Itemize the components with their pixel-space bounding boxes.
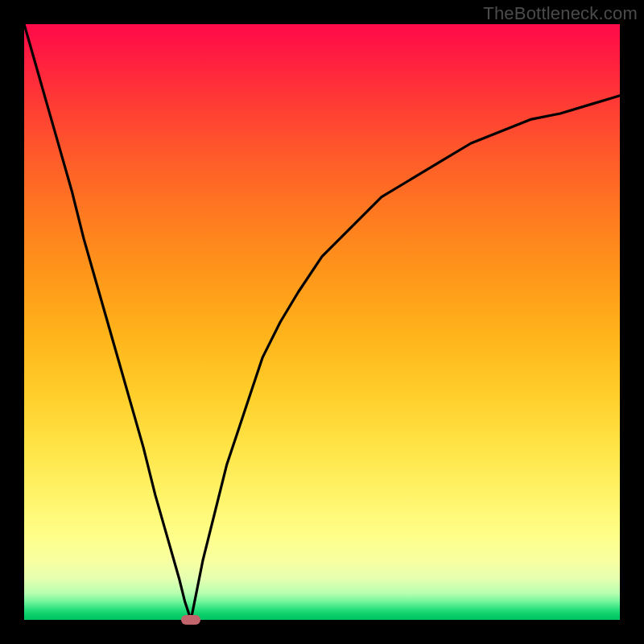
chart-frame: TheBottleneck.com <box>0 0 644 644</box>
bottleneck-curve <box>24 24 620 620</box>
curve-path <box>24 24 620 620</box>
plot-area <box>24 24 620 620</box>
optimal-marker <box>181 615 200 625</box>
watermark-text: TheBottleneck.com <box>483 3 638 24</box>
